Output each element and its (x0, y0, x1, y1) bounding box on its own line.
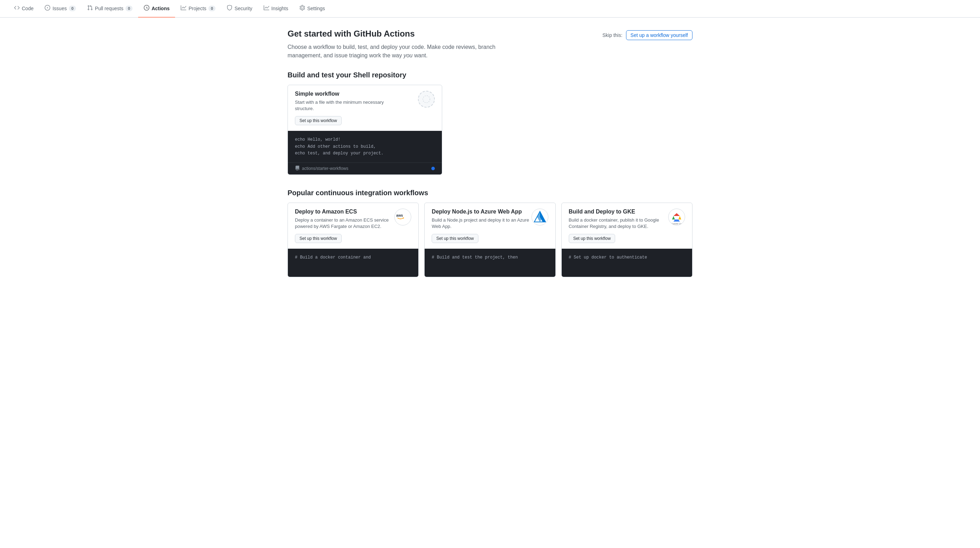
projects-icon (181, 5, 186, 12)
pr-icon (87, 5, 93, 12)
nav-insights-label: Insights (271, 6, 288, 11)
settings-icon (299, 5, 305, 12)
simple-workflow-footer: actions/starter-workflows (288, 162, 442, 174)
security-icon (227, 5, 232, 12)
nav-item-insights[interactable]: Insights (258, 0, 294, 18)
nav-item-security[interactable]: Security (221, 0, 258, 18)
main-content: Get started with GitHub Actions Choose a… (279, 18, 701, 303)
projects-badge: 0 (208, 6, 215, 11)
nav-projects-label: Projects (188, 6, 206, 11)
azure-webapp-title: Deploy Node.js to Azure Web App (432, 209, 530, 215)
simple-workflow-setup-button[interactable]: Set up this workflow (295, 116, 342, 125)
simple-workflow-code: echo Hello, world! echo Add other action… (288, 131, 442, 162)
nav-item-pullrequests[interactable]: Pull requests 0 (81, 0, 138, 18)
azure-webapp-setup-button[interactable]: Set up this workflow (432, 234, 479, 243)
setup-workflow-yourself-button[interactable]: Set up a workflow yourself (626, 30, 692, 40)
code-line-3: echo test, and deploy your project. (295, 150, 435, 157)
footer-repo-text: actions/starter-workflows (302, 166, 348, 171)
gke-code-line-1: # Set up docker to authenticate (569, 254, 685, 261)
gke-info: Build and Deploy to GKE Build a docker c… (569, 209, 667, 243)
svg-marker-2 (403, 217, 404, 219)
nav-issues-label: Issues (52, 6, 67, 11)
skip-label: Skip this: (603, 32, 622, 38)
svg-text:aws: aws (396, 213, 403, 217)
page-header-left: Get started with GitHub Actions Choose a… (288, 29, 512, 60)
shell-section-title: Build and test your Shell repository (288, 71, 692, 79)
gke-desc: Build a docker container, publish it to … (569, 217, 667, 230)
page-title: Get started with GitHub Actions (288, 29, 512, 39)
nav-item-projects[interactable]: Projects 0 (175, 0, 221, 18)
azure-webapp-card: Deploy Node.js to Azure Web App Build a … (424, 202, 555, 277)
desc-part1: Choose a workflow to build, test, and de… (288, 44, 495, 58)
simple-workflow-desc: Start with a file with the minimum neces… (295, 99, 393, 112)
svg-point-0 (423, 96, 430, 103)
amazon-ecs-top: Deploy to Amazon ECS Deploy a container … (288, 203, 418, 249)
amazon-ecs-setup-button[interactable]: Set up this workflow (295, 234, 342, 243)
page-description: Choose a workflow to build, test, and de… (288, 43, 512, 60)
amazon-ecs-title: Deploy to Amazon ECS (295, 209, 393, 215)
ci-section: Popular continuous integration workflows… (288, 189, 692, 277)
gke-title: Build and Deploy to GKE (569, 209, 667, 215)
azure-webapp-code: # Build and test the project, then (425, 249, 555, 277)
issues-icon (45, 5, 50, 12)
nav-bar: Code Issues 0 Pull requests 0 Actions Pr… (0, 0, 980, 18)
azure-webapp-top: Deploy Node.js to Azure Web App Build a … (425, 203, 555, 249)
amazon-ecs-code: # Build a docker container and (288, 249, 418, 277)
blue-dot (431, 167, 435, 170)
repo-icon (295, 166, 300, 172)
desc-italic: you (404, 53, 413, 58)
nav-settings-label: Settings (307, 6, 325, 11)
shell-section: Build and test your Shell repository Sim… (288, 71, 692, 175)
code-line-1: echo Hello, world! (295, 137, 435, 143)
amazon-ecs-logo: aws (395, 209, 411, 225)
svg-text:Google Cloud: Google Cloud (671, 223, 684, 225)
pr-badge: 0 (126, 6, 132, 11)
nav-item-settings[interactable]: Settings (294, 0, 331, 18)
simple-workflow-title: Simple workflow (295, 91, 393, 97)
nav-item-code[interactable]: Code (8, 0, 39, 18)
insights-icon (264, 5, 269, 12)
azure-webapp-info: Deploy Node.js to Azure Web App Build a … (432, 209, 530, 243)
simple-workflow-card: Simple workflow Start with a file with t… (288, 85, 442, 175)
ci-section-title: Popular continuous integration workflows (288, 189, 692, 197)
nav-pr-label: Pull requests (95, 6, 123, 11)
gke-logo: Google Cloud (668, 209, 685, 225)
ci-workflow-grid: Deploy to Amazon ECS Deploy a container … (288, 202, 692, 277)
simple-workflow-top: Simple workflow Start with a file with t… (288, 85, 442, 131)
gke-code: # Set up docker to authenticate (562, 249, 692, 277)
page-header: Get started with GitHub Actions Choose a… (288, 29, 692, 60)
ecs-code-line-1: # Build a docker container and (295, 254, 411, 261)
gke-setup-button[interactable]: Set up this workflow (569, 234, 616, 243)
amazon-ecs-info: Deploy to Amazon ECS Deploy a container … (295, 209, 393, 243)
nav-item-actions[interactable]: Actions (138, 0, 175, 18)
azure-webapp-logo (531, 209, 548, 225)
issues-badge: 0 (69, 6, 76, 11)
actions-icon (144, 5, 150, 12)
azure-webapp-desc: Build a Node.js project and deploy it to… (432, 217, 530, 230)
footer-left: actions/starter-workflows (295, 166, 348, 172)
amazon-ecs-card: Deploy to Amazon ECS Deploy a container … (288, 202, 418, 277)
skip-area: Skip this: Set up a workflow yourself (603, 30, 692, 40)
nav-item-issues[interactable]: Issues 0 (39, 0, 81, 18)
azure-code-line-1: # Build and test the project, then (432, 254, 548, 261)
gke-card: Build and Deploy to GKE Build a docker c… (562, 202, 692, 277)
nav-security-label: Security (234, 6, 252, 11)
desc-part2: want. (413, 53, 428, 58)
amazon-ecs-desc: Deploy a container to an Amazon ECS serv… (295, 217, 393, 230)
gke-top: Build and Deploy to GKE Build a docker c… (562, 203, 692, 249)
simple-workflow-info: Simple workflow Start with a file with t… (295, 91, 393, 125)
code-line-2: echo Add other actions to build, (295, 143, 435, 150)
nav-code-label: Code (22, 6, 33, 11)
nav-actions-label: Actions (151, 6, 169, 11)
simple-workflow-card-inner: Simple workflow Start with a file with t… (288, 85, 442, 175)
simple-workflow-logo (418, 91, 435, 108)
code-icon (14, 5, 20, 12)
